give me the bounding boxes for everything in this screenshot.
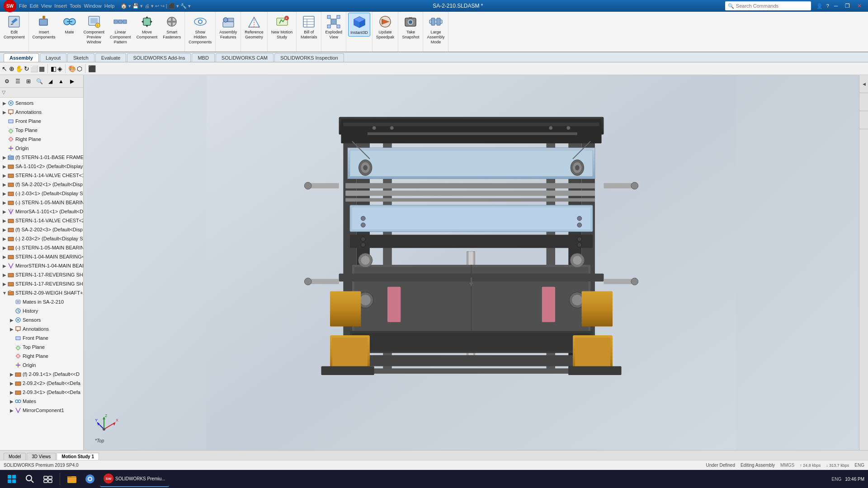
- start-button[interactable]: [4, 471, 20, 487]
- tree-item-stern-1-01[interactable]: ▶ (f) STERN-1-01-BASE FRAME<: [0, 153, 83, 162]
- expand-tree-button[interactable]: ▶: [67, 76, 77, 86]
- tree-item-2-09-3[interactable]: ▶ 2-09.3<1> (Default<<Defa: [0, 388, 83, 397]
- tree-item-sa-2-202-3[interactable]: ▶ (f) SA-2-202<3> (Default<Disp: [0, 225, 83, 234]
- tab-mbd[interactable]: MBD: [192, 53, 214, 62]
- display-style-tool[interactable]: ◧: [51, 65, 57, 72]
- tab-model[interactable]: Model: [4, 453, 26, 460]
- tab-solidworks-add-ins[interactable]: SOLIDWORKS Add-Ins: [127, 53, 191, 62]
- menu-file[interactable]: File: [19, 3, 27, 9]
- tree-item-mirrorsa[interactable]: ▶ MirrorSA-1-101<1> (Default<D: [0, 207, 83, 216]
- tree-item-stern-1-14-2[interactable]: ▶ STERN-1-14-VALVE CHEST<2>: [0, 216, 83, 225]
- exploded-view-button[interactable]: ExplodedView: [323, 13, 344, 41]
- config-button[interactable]: ▲: [56, 76, 66, 86]
- tree-item-stern-1-17-1[interactable]: ▶ STERN-1-17-REVERSING SHAF: [0, 270, 83, 279]
- viewport-canvas[interactable]: X Y Z *Top: [84, 75, 859, 450]
- smart-fasteners-button[interactable]: SmartFasteners: [161, 13, 183, 41]
- tab-3d-views[interactable]: 3D Views: [27, 453, 56, 460]
- tree-item-top-plane-sub[interactable]: ▶ Top Plane: [0, 343, 83, 352]
- mate-button[interactable]: Mate: [59, 13, 80, 36]
- tab-assembly[interactable]: Assembly: [4, 53, 39, 62]
- tab-evaluate[interactable]: Evaluate: [95, 53, 127, 62]
- tree-item-2-03-2[interactable]: ▶ (-) 2-03<2> (Default<Display S: [0, 234, 83, 243]
- tree-item-2-09-2[interactable]: ▶ 2-09.2<2> (Default<<Defa: [0, 379, 83, 388]
- file-explorer-button[interactable]: [64, 471, 80, 487]
- tree-item-mirror-component1[interactable]: ▶ MirrorComponent1: [0, 406, 83, 415]
- tree-item-sensors-sub[interactable]: ▶ Sensors: [0, 315, 83, 324]
- tree-item-stern-1-05-1[interactable]: ▶ (-) STERN-1-05-MAIN BEARIN(: [0, 198, 83, 207]
- scenes-tool[interactable]: ⬡: [77, 65, 82, 72]
- solidworks-taskbar-button[interactable]: SW SOLIDWORKS Premiu...: [100, 471, 169, 487]
- component-preview-button[interactable]: ! ComponentPreviewWindow: [82, 13, 107, 45]
- instant3d-button[interactable]: Instant3D: [348, 13, 370, 37]
- tree-item-front-plane[interactable]: ▶ Front Plane: [0, 117, 83, 126]
- task-view-button[interactable]: [40, 471, 56, 487]
- view-orient-tool[interactable]: ⬛: [88, 65, 96, 72]
- tree-item-top-plane[interactable]: ▶ Top Plane: [0, 126, 83, 135]
- appearance-tool[interactable]: 🎨: [68, 65, 76, 72]
- tree-item-stern-1-17-2[interactable]: ▶ STERN-1-17-REVERSING SHAF: [0, 279, 83, 288]
- minimize-button[interactable]: ─: [831, 2, 841, 10]
- menu-insert[interactable]: Insert: [54, 3, 67, 9]
- move-component-button[interactable]: MoveComponent: [135, 13, 160, 41]
- tree-item-origin-sub[interactable]: ▶ Origin: [0, 361, 83, 370]
- close-button[interactable]: ✕: [854, 2, 864, 10]
- tab-motion-study-1[interactable]: Motion Study 1: [57, 453, 99, 460]
- tree-item-history[interactable]: ▶ History: [0, 306, 83, 315]
- filter-tool[interactable]: ▦: [39, 65, 45, 72]
- list-view-button[interactable]: ☰: [13, 76, 23, 86]
- tree-item-front-plane-sub[interactable]: ▶ Front Plane: [0, 333, 83, 343]
- tree-item-stern-2-09[interactable]: ▼ STERN-2-09-WEIGH SHAFT+Al: [0, 288, 83, 297]
- tab-layout[interactable]: Layout: [40, 53, 66, 62]
- filter-icon[interactable]: ⚙: [2, 76, 12, 86]
- menu-window[interactable]: Window: [84, 3, 102, 9]
- pan-tool[interactable]: ✋: [15, 65, 23, 72]
- tree-item-2-03-1[interactable]: ▶ (-) 2-03<1> (Default<Display S: [0, 189, 83, 198]
- tree-item-stern-1-14-1[interactable]: ▶ STERN-1-14-VALVE CHEST<1>: [0, 171, 83, 180]
- tree-item-mates-in-sa[interactable]: ▶ Mates in SA-2-210: [0, 297, 83, 306]
- take-snapshot-button[interactable]: TakeSnapshot: [400, 13, 421, 41]
- restore-button[interactable]: ❐: [843, 2, 853, 10]
- menu-help[interactable]: Help: [104, 3, 115, 9]
- insert-components-button[interactable]: InsertComponents: [31, 13, 57, 41]
- large-assembly-mode-button[interactable]: LargeAssemblyMode: [425, 13, 446, 45]
- select-tool[interactable]: ⬜: [30, 65, 38, 72]
- tree-item-origin[interactable]: ▶ Origin: [0, 144, 83, 153]
- menu-view[interactable]: View: [41, 3, 52, 9]
- linear-component-pattern-button[interactable]: LinearComponentPattern: [108, 13, 133, 45]
- magnify-button[interactable]: 🔍: [34, 76, 44, 86]
- assembly-features-button[interactable]: AssemblyFeatures: [217, 13, 239, 41]
- tree-item-sa-2-202-1[interactable]: ▶ (f) SA-2-202<1> (Default<Disp: [0, 180, 83, 189]
- menu-edit[interactable]: Edit: [30, 3, 38, 9]
- angle-button[interactable]: ◢: [45, 76, 55, 86]
- menu-tools[interactable]: Tools: [70, 3, 81, 9]
- tab-solidworks-inspection[interactable]: SOLIDWORKS Inspection: [274, 53, 344, 62]
- bill-of-materials-button[interactable]: Bill ofMaterials: [298, 13, 319, 41]
- tab-sketch[interactable]: Sketch: [67, 53, 94, 62]
- tree-item-2-09-1[interactable]: ▶ (f) 2-09.1<1> (Default<<D: [0, 370, 83, 379]
- tab-solidworks-cam[interactable]: SOLIDWORKS CAM: [216, 53, 274, 62]
- tree-item-mirror-stern-1-04[interactable]: ▶ MirrorSTERN-1-04-MAIN BEAR: [0, 261, 83, 270]
- flat-tree-button[interactable]: ⊞: [24, 76, 33, 86]
- search-input[interactable]: [736, 3, 808, 9]
- show-hidden-components-button[interactable]: ShowHiddenComponents: [187, 13, 213, 45]
- browser-button[interactable]: [82, 471, 98, 487]
- tree-item-right-plane-sub[interactable]: ▶ Right Plane: [0, 352, 83, 361]
- update-speedpak-button[interactable]: UpdateSpeedpak: [374, 13, 396, 41]
- tree-item-sensors[interactable]: ▶ Sensors: [0, 99, 83, 108]
- zoom-tool[interactable]: ⊕: [9, 65, 14, 72]
- new-motion-study-button[interactable]: + New MotionStudy: [269, 13, 295, 41]
- tree-item-mates[interactable]: ▶ Mates: [0, 397, 83, 406]
- search-button[interactable]: [22, 471, 38, 487]
- edit-component-button[interactable]: EditComponent: [2, 13, 27, 41]
- rotate-tool[interactable]: ↻: [24, 65, 29, 72]
- tree-item-stern-1-05-2[interactable]: ▶ (-) STERN-1-05-MAIN BEARIN(: [0, 243, 83, 252]
- tree-item-annotations[interactable]: ▶ Annotations: [0, 108, 83, 117]
- pointer-tool[interactable]: ↖: [2, 65, 7, 72]
- user-icon[interactable]: 👤: [816, 3, 823, 9]
- hide-show-tool[interactable]: ◈: [57, 65, 62, 72]
- tree-item-annotations-sub[interactable]: ▶ Annotations: [0, 324, 83, 333]
- tree-item-sa-1-101-2[interactable]: ▶ SA-1-101<2> (Default<Display: [0, 162, 83, 171]
- reference-geometry-button[interactable]: ReferenceGeometry: [243, 13, 265, 41]
- tree-item-right-plane[interactable]: ▶ Right Plane: [0, 135, 83, 144]
- help-icon[interactable]: ?: [826, 3, 829, 9]
